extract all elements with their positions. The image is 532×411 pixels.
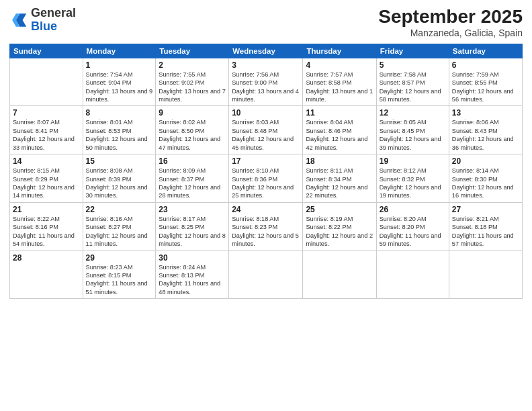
calendar-cell: 3Sunrise: 7:56 AM Sunset: 9:00 PM Daylig…	[229, 58, 303, 106]
day-number: 12	[380, 108, 446, 118]
day-info: Sunrise: 8:21 AM Sunset: 8:18 PM Dayligh…	[452, 215, 519, 248]
day-number: 2	[159, 60, 226, 70]
header-sunday: Sunday	[10, 44, 83, 58]
day-info: Sunrise: 7:56 AM Sunset: 9:00 PM Dayligh…	[232, 71, 300, 104]
day-number: 16	[159, 156, 226, 166]
day-info: Sunrise: 8:24 AM Sunset: 8:13 PM Dayligh…	[159, 263, 226, 297]
calendar-cell: 15Sunrise: 8:08 AM Sunset: 8:39 PM Dayli…	[83, 154, 156, 203]
day-number: 20	[452, 156, 519, 166]
calendar-cell: 19Sunrise: 8:12 AM Sunset: 8:32 PM Dayli…	[376, 154, 449, 203]
calendar-cell	[10, 58, 83, 106]
day-number: 4	[306, 60, 373, 70]
day-info: Sunrise: 8:08 AM Sunset: 8:39 PM Dayligh…	[86, 167, 153, 200]
day-info: Sunrise: 8:15 AM Sunset: 8:29 PM Dayligh…	[13, 167, 80, 200]
day-info: Sunrise: 8:22 AM Sunset: 8:16 PM Dayligh…	[13, 215, 80, 248]
header-wednesday: Wednesday	[229, 44, 303, 58]
header-thursday: Thursday	[303, 44, 376, 58]
header-saturday: Saturday	[449, 44, 522, 58]
calendar-row-0: 1Sunrise: 7:54 AM Sunset: 9:04 PM Daylig…	[10, 58, 523, 106]
calendar-cell: 28	[10, 250, 83, 299]
calendar-row-2: 14Sunrise: 8:15 AM Sunset: 8:29 PM Dayli…	[10, 154, 523, 203]
calendar-cell: 8Sunrise: 8:01 AM Sunset: 8:53 PM Daylig…	[83, 106, 156, 154]
day-number: 28	[13, 253, 80, 263]
calendar-cell: 2Sunrise: 7:55 AM Sunset: 9:02 PM Daylig…	[156, 58, 229, 106]
calendar-cell	[376, 250, 449, 299]
logo-icon	[9, 11, 28, 30]
calendar-cell: 24Sunrise: 8:18 AM Sunset: 8:23 PM Dayli…	[229, 202, 303, 250]
day-info: Sunrise: 8:03 AM Sunset: 8:48 PM Dayligh…	[232, 118, 300, 152]
day-number: 5	[380, 60, 446, 70]
day-info: Sunrise: 8:09 AM Sunset: 8:37 PM Dayligh…	[159, 167, 226, 200]
calendar-cell: 1Sunrise: 7:54 AM Sunset: 9:04 PM Daylig…	[83, 58, 156, 106]
calendar-cell: 25Sunrise: 8:19 AM Sunset: 8:22 PM Dayli…	[303, 202, 376, 250]
day-info: Sunrise: 8:18 AM Sunset: 8:23 PM Dayligh…	[232, 215, 300, 248]
day-info: Sunrise: 7:55 AM Sunset: 9:02 PM Dayligh…	[159, 71, 226, 104]
day-number: 14	[13, 156, 80, 166]
calendar-cell	[229, 250, 303, 299]
day-info: Sunrise: 8:10 AM Sunset: 8:36 PM Dayligh…	[232, 167, 300, 200]
day-number: 13	[452, 108, 519, 118]
day-info: Sunrise: 8:17 AM Sunset: 8:25 PM Dayligh…	[159, 215, 226, 248]
day-number: 18	[306, 156, 373, 166]
day-number: 24	[232, 205, 300, 214]
calendar-row-1: 7Sunrise: 8:07 AM Sunset: 8:41 PM Daylig…	[10, 106, 523, 154]
day-number: 25	[306, 205, 373, 214]
day-number: 3	[232, 60, 300, 70]
calendar-cell: 26Sunrise: 8:20 AM Sunset: 8:20 PM Dayli…	[376, 202, 449, 250]
calendar-cell: 4Sunrise: 7:57 AM Sunset: 8:58 PM Daylig…	[303, 58, 376, 106]
day-info: Sunrise: 8:20 AM Sunset: 8:20 PM Dayligh…	[380, 215, 446, 248]
calendar-cell: 20Sunrise: 8:14 AM Sunset: 8:30 PM Dayli…	[449, 154, 522, 203]
calendar-table: Sunday Monday Tuesday Wednesday Thursday…	[9, 44, 523, 299]
day-info: Sunrise: 8:02 AM Sunset: 8:50 PM Dayligh…	[159, 118, 226, 152]
calendar-cell: 12Sunrise: 8:05 AM Sunset: 8:45 PM Dayli…	[376, 106, 449, 154]
calendar-cell: 17Sunrise: 8:10 AM Sunset: 8:36 PM Dayli…	[229, 154, 303, 203]
calendar-cell: 6Sunrise: 7:59 AM Sunset: 8:55 PM Daylig…	[449, 58, 522, 106]
header-friday: Friday	[376, 44, 449, 58]
day-number: 27	[452, 205, 519, 214]
day-info: Sunrise: 8:23 AM Sunset: 8:15 PM Dayligh…	[86, 263, 153, 297]
day-number: 23	[159, 205, 226, 214]
calendar-cell: 21Sunrise: 8:22 AM Sunset: 8:16 PM Dayli…	[10, 202, 83, 250]
header: General Blue September 2025 Manzaneda, G…	[9, 7, 523, 38]
calendar-cell: 9Sunrise: 8:02 AM Sunset: 8:50 PM Daylig…	[156, 106, 229, 154]
calendar-cell: 13Sunrise: 8:06 AM Sunset: 8:43 PM Dayli…	[449, 106, 522, 154]
calendar-cell: 11Sunrise: 8:04 AM Sunset: 8:46 PM Dayli…	[303, 106, 376, 154]
calendar-row-4: 2829Sunrise: 8:23 AM Sunset: 8:15 PM Day…	[10, 250, 523, 299]
day-number: 30	[159, 253, 226, 263]
day-info: Sunrise: 8:14 AM Sunset: 8:30 PM Dayligh…	[452, 167, 519, 200]
calendar-cell: 14Sunrise: 8:15 AM Sunset: 8:29 PM Dayli…	[10, 154, 83, 203]
day-number: 1	[86, 60, 153, 70]
logo-text: General Blue	[31, 7, 76, 34]
calendar-cell: 18Sunrise: 8:11 AM Sunset: 8:34 PM Dayli…	[303, 154, 376, 203]
calendar-cell: 27Sunrise: 8:21 AM Sunset: 8:18 PM Dayli…	[449, 202, 522, 250]
day-number: 19	[380, 156, 446, 166]
logo-blue: Blue	[31, 20, 76, 34]
day-info: Sunrise: 8:06 AM Sunset: 8:43 PM Dayligh…	[452, 118, 519, 152]
logo: General Blue	[9, 7, 76, 34]
day-info: Sunrise: 7:54 AM Sunset: 9:04 PM Dayligh…	[86, 71, 153, 104]
calendar-cell: 7Sunrise: 8:07 AM Sunset: 8:41 PM Daylig…	[10, 106, 83, 154]
day-info: Sunrise: 8:19 AM Sunset: 8:22 PM Dayligh…	[306, 215, 373, 248]
month-title: September 2025	[378, 7, 523, 28]
day-number: 6	[452, 60, 519, 70]
day-info: Sunrise: 8:12 AM Sunset: 8:32 PM Dayligh…	[380, 167, 446, 200]
day-number: 17	[232, 156, 300, 166]
day-number: 22	[86, 205, 153, 214]
calendar-cell: 10Sunrise: 8:03 AM Sunset: 8:48 PM Dayli…	[229, 106, 303, 154]
day-number: 9	[159, 108, 226, 118]
header-monday: Monday	[83, 44, 156, 58]
calendar-cell	[449, 250, 522, 299]
day-info: Sunrise: 8:07 AM Sunset: 8:41 PM Dayligh…	[13, 118, 80, 152]
title-block: September 2025 Manzaneda, Galicia, Spain	[378, 7, 523, 38]
day-info: Sunrise: 8:16 AM Sunset: 8:27 PM Dayligh…	[86, 215, 153, 248]
day-number: 21	[13, 205, 80, 214]
location-subtitle: Manzaneda, Galicia, Spain	[378, 28, 523, 38]
calendar-header-row: Sunday Monday Tuesday Wednesday Thursday…	[10, 44, 523, 58]
day-number: 10	[232, 108, 300, 118]
calendar-cell: 22Sunrise: 8:16 AM Sunset: 8:27 PM Dayli…	[83, 202, 156, 250]
calendar-cell	[303, 250, 376, 299]
logo-general: General	[31, 7, 76, 20]
day-number: 8	[86, 108, 153, 118]
day-info: Sunrise: 7:59 AM Sunset: 8:55 PM Dayligh…	[452, 71, 519, 104]
calendar-cell: 23Sunrise: 8:17 AM Sunset: 8:25 PM Dayli…	[156, 202, 229, 250]
